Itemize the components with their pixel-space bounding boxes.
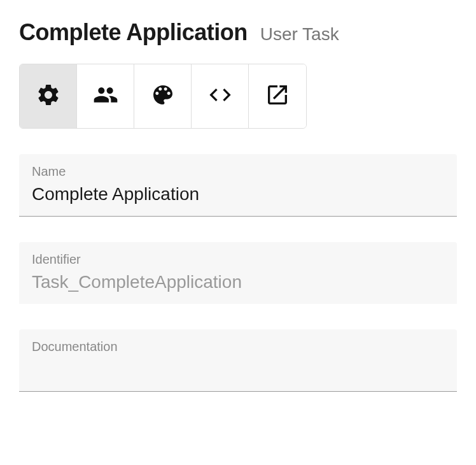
documentation-input[interactable] [32, 359, 444, 380]
tab-palette[interactable] [134, 64, 192, 128]
gear-icon [36, 82, 61, 110]
code-icon [207, 82, 233, 110]
identifier-input[interactable] [32, 272, 444, 292]
documentation-label: Documentation [32, 340, 444, 354]
page-title: Complete Application [19, 19, 248, 46]
people-icon [93, 82, 118, 110]
page-subtitle: User Task [260, 24, 339, 45]
name-field-group: Name [19, 154, 457, 217]
documentation-field-group: Documentation [19, 329, 457, 392]
tab-open[interactable] [249, 64, 306, 128]
tab-people[interactable] [77, 64, 134, 128]
tab-bar [19, 64, 307, 129]
name-input[interactable] [32, 184, 444, 204]
tab-general[interactable] [20, 64, 77, 128]
tab-code[interactable] [192, 64, 249, 128]
name-label: Name [32, 164, 444, 179]
identifier-field-group: Identifier [19, 242, 457, 304]
palette-icon [150, 82, 176, 110]
open-in-new-icon [265, 82, 290, 110]
identifier-label: Identifier [32, 252, 444, 267]
panel-header: Complete Application User Task [19, 19, 457, 46]
